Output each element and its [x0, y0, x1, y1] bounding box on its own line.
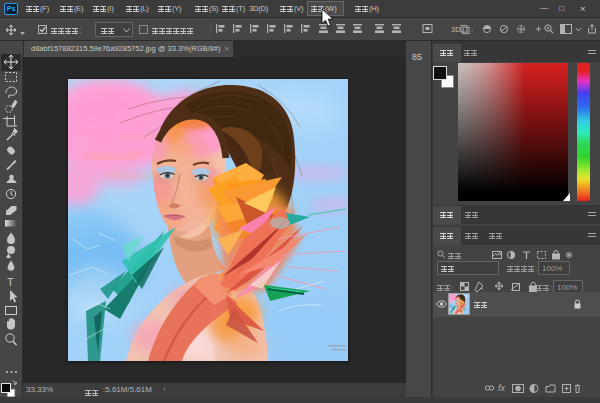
svg-text:T: T [7, 276, 14, 288]
svg-text::: : [471, 25, 473, 34]
svg-text:3D: 3D [451, 25, 461, 34]
svg-text:fx: fx [498, 383, 506, 393]
